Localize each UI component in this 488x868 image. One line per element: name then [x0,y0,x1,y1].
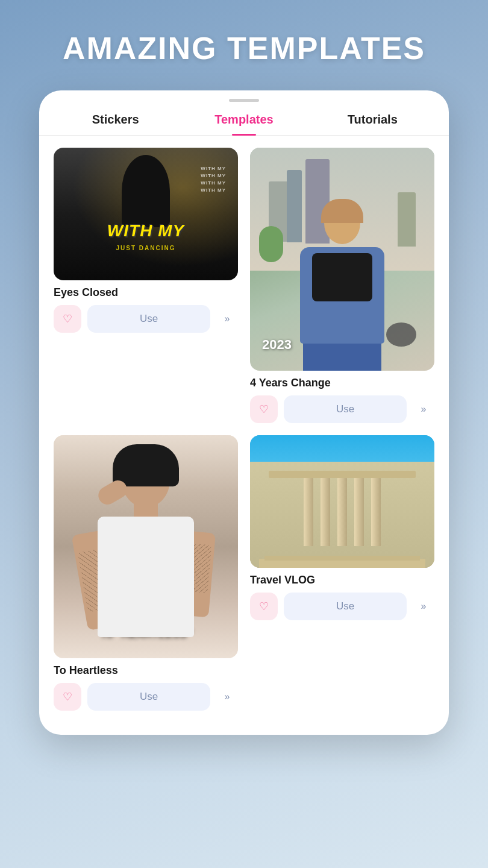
chevron-icon-travel[interactable]: » [413,596,434,617]
heart-icon-4years: ♡ [259,403,269,416]
heart-icon-travel: ♡ [259,600,269,613]
template-title-eyes-closed: Eyes Closed [54,286,238,299]
template-image-heartless[interactable]: To "HEARTLESS" [54,435,238,658]
template-card-4years: 2023 4 Years Change ♡ Use » [250,148,434,423]
use-button-travel[interactable]: Use [284,593,407,620]
heart-button-eyes-closed[interactable]: ♡ [54,305,81,333]
heart-button-heartless[interactable]: ♡ [54,683,81,711]
use-button-eyes-closed[interactable]: Use [87,305,210,333]
chevron-icon-heartless[interactable]: » [216,686,238,708]
heart-button-4years[interactable]: ♡ [250,395,278,423]
template-card-heartless: To "HEARTLESS" To Heartless ♡ Use » [54,435,238,711]
templates-grid: WITH MY WITH MY WITH MY WITH MY WITH MY … [39,136,449,723]
tab-tutorials[interactable]: Tutorials [308,113,437,135]
chevron-icon-4years[interactable]: » [413,398,434,420]
template-title-4years: 4 Years Change [250,377,434,389]
template-title-heartless: To Heartless [54,664,238,677]
year-overlay: 2023 [262,337,292,353]
heart-icon-heartless: ♡ [63,690,72,703]
action-row-4years: ♡ Use » [250,395,434,423]
use-button-heartless[interactable]: Use [87,683,210,711]
just-dancing-overlay: JUST DANCING [116,245,175,251]
phone-card: Stickers Templates Tutorials WITH MY WIT… [39,90,449,735]
template-title-travel: Travel VLOG [250,574,434,587]
use-button-4years[interactable]: Use [284,395,407,423]
heart-button-travel[interactable]: ♡ [250,593,278,620]
dancing-text-stack: WITH MY WITH MY WITH MY WITH MY [201,166,226,193]
tab-bar: Stickers Templates Tutorials [39,102,449,136]
template-card-travel: Travel VLOG ♡ Use » [250,435,434,711]
tab-stickers[interactable]: Stickers [51,113,180,135]
template-image-4years[interactable]: 2023 [250,148,434,371]
action-row-heartless: ♡ Use » [54,683,238,711]
silhouette-figure [122,155,170,227]
action-row-travel: ♡ Use » [250,593,434,620]
tab-templates[interactable]: Templates [180,113,308,135]
page-title: AMAZING TEMPLATES [63,30,425,66]
template-image-eyes-closed[interactable]: WITH MY WITH MY WITH MY WITH MY WITH MY … [54,148,238,280]
with-my-overlay: WITH MY [107,221,184,241]
heart-icon: ♡ [63,312,72,326]
template-image-travel[interactable] [250,435,434,568]
chevron-icon-eyes-closed[interactable]: » [216,308,238,330]
template-card-eyes-closed: WITH MY WITH MY WITH MY WITH MY WITH MY … [54,148,238,423]
action-row-eyes-closed: ♡ Use » [54,305,238,333]
